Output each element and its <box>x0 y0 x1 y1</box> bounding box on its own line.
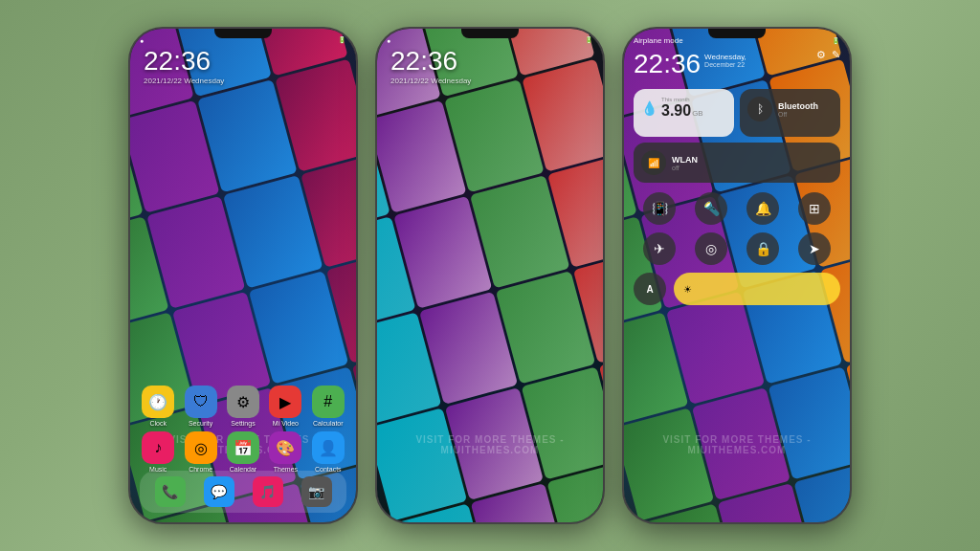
cc-screen-btn[interactable]: ⊞ <box>798 192 831 225</box>
cc-date-col: Wednesday, December 22 <box>704 49 746 68</box>
status-bar-2: ● 🔋 <box>377 36 603 44</box>
phone-1-screen: ● 🔋 22:36 2021/12/22 Wednesday 🕐 Clock 🛡… <box>130 29 356 522</box>
wlan-icon: 📶 <box>641 150 666 175</box>
app-themes-icon: 🎨 <box>269 431 301 464</box>
app-themes[interactable]: 🎨 Themes <box>267 431 303 473</box>
watermark-2: VISIT FOR MORE THEMES - MIUITHEMES.COM <box>377 434 603 455</box>
app-clock-icon: 🕐 <box>142 386 174 418</box>
cc-tiles: 💧 This month 3.90 GB ᛒ <box>624 83 850 188</box>
app-grid-row1: 🕐 Clock 🛡 Security ⚙ Settings ▶ Mi Video… <box>140 386 346 427</box>
app-calendar[interactable]: 📅 Calendar <box>225 431 261 473</box>
battery-icon-2: 🔋 <box>585 36 593 44</box>
app-settings-label: Settings <box>231 420 255 427</box>
cc-weekday: Wednesday, <box>704 53 746 61</box>
cc-battery-icon: 🔋 <box>832 37 840 45</box>
phone-1: ● 🔋 22:36 2021/12/22 Wednesday 🕐 Clock 🛡… <box>128 27 358 524</box>
app-clock[interactable]: 🕐 Clock <box>140 386 176 427</box>
cc-edit-icon[interactable]: ✎ <box>832 49 840 61</box>
phone-2: ● 🔋 22:36 2021/12/22 Wednesday VISIT FOR… <box>375 27 605 524</box>
cc-nfc-btn[interactable]: ◎ <box>695 232 727 265</box>
cc-status-bar: Airplane mode 🔋 <box>624 29 850 47</box>
app-calculator-label: Calculator <box>313 420 344 427</box>
cc-wlan-tile-content: 📶 WLAN off <box>641 150 698 175</box>
app-mivideo-label: Mi Video <box>273 420 299 427</box>
cc-status-icons: 🔋 <box>832 37 840 45</box>
app-clock-label: Clock <box>149 420 167 427</box>
cc-wlan-tile[interactable]: 📶 WLAN off <box>634 143 840 183</box>
cc-data-unit: GB <box>692 109 703 118</box>
dock-1: 📞 💬 🎵 📷 <box>140 471 346 513</box>
cc-header: 22:36 Wednesday, December 22 ⚙ ✎ <box>624 47 850 83</box>
cc-a-btn[interactable]: A <box>634 273 666 305</box>
status-time: ● <box>140 37 144 44</box>
cc-bluetooth-tile[interactable]: ᛒ Bluetooth Off <box>740 89 840 137</box>
phone-2-screen: ● 🔋 22:36 2021/12/22 Wednesday VISIT FOR… <box>377 29 603 522</box>
app-settings-icon: ⚙ <box>227 386 259 418</box>
status-dot-2: ● <box>387 37 390 44</box>
battery-icon: 🔋 <box>338 36 346 44</box>
cc-bt-tile-content: ᛒ Bluetooth Off <box>747 97 833 121</box>
cc-flashlight-btn[interactable]: 🔦 <box>695 192 727 225</box>
cc-wlan-label: WLAN <box>672 155 698 165</box>
app-calculator[interactable]: # Calculator <box>310 386 346 427</box>
cc-data-value-row: 3.90 GB <box>661 102 703 120</box>
cc-data-tile[interactable]: 💧 This month 3.90 GB <box>634 89 734 137</box>
app-music[interactable]: ♪ Music <box>140 431 176 473</box>
cc-wlan-info: WLAN off <box>672 155 698 171</box>
cc-data-tile-content: 💧 This month 3.90 GB <box>641 97 726 120</box>
app-music-icon: ♪ <box>142 431 174 464</box>
cc-vibrate-btn[interactable]: 📳 <box>643 192 676 225</box>
clock-date-2: 2021/12/22 Wednesday <box>390 77 471 85</box>
app-calculator-icon: # <box>312 386 345 418</box>
app-security-label: Security <box>189 420 212 427</box>
cc-icon-row-2: ✈ ◎ 🔒 ➤ <box>624 229 850 269</box>
cc-location-btn[interactable]: ➤ <box>798 232 831 265</box>
app-grid-row2: ♪ Music ◎ Chrome 📅 Calendar 🎨 Themes 👤 C… <box>140 431 346 473</box>
cc-airplane-mode: Airplane mode <box>634 36 683 45</box>
cc-brightness-bar[interactable]: ☀ <box>674 273 840 305</box>
clock-time-1: 22:36 <box>144 46 224 77</box>
cc-data-value: 3.90 <box>661 102 691 120</box>
cc-sun-icon: ☀ <box>683 284 692 295</box>
app-chrome[interactable]: ◎ Chrome <box>182 431 218 473</box>
dock-camera[interactable]: 📷 <box>301 476 332 507</box>
app-mivideo[interactable]: ▶ Mi Video <box>267 386 303 427</box>
clock-widget-2: 22:36 2021/12/22 Wednesday <box>390 46 471 85</box>
app-security-icon: 🛡 <box>185 386 217 418</box>
status-bar-1: ● 🔋 <box>130 36 356 44</box>
cc-brightness-row: A ☀ <box>624 269 850 309</box>
cc-edit-icons: ⚙ ✎ <box>816 49 840 61</box>
dock-music[interactable]: 🎵 <box>253 476 283 507</box>
control-center: Airplane mode 🔋 22:36 Wednesday, Decembe… <box>624 29 850 522</box>
cc-bell-btn[interactable]: 🔔 <box>746 192 779 225</box>
app-settings[interactable]: ⚙ Settings <box>225 386 261 427</box>
app-calendar-icon: 📅 <box>227 431 259 464</box>
cc-time: 22:36 <box>634 49 701 79</box>
cc-clock: 22:36 Wednesday, December 22 <box>634 49 746 79</box>
app-contacts-icon: 👤 <box>312 431 345 464</box>
phone-3-screen: Airplane mode 🔋 22:36 Wednesday, Decembe… <box>624 29 850 522</box>
app-contacts[interactable]: 👤 Contacts <box>310 431 346 473</box>
dock-messages[interactable]: 💬 <box>204 476 234 507</box>
app-security[interactable]: 🛡 Security <box>182 386 218 427</box>
cc-wlan-status: off <box>672 165 698 171</box>
cc-bt-status: Off <box>778 111 818 118</box>
clock-time-2: 22:36 <box>390 46 471 77</box>
cc-icon-row-1: 📳 🔦 🔔 ⊞ <box>624 188 850 229</box>
clock-widget-1: 22:36 2021/12/22 Wednesday <box>144 46 224 85</box>
data-drop-icon: 💧 <box>641 100 657 116</box>
bluetooth-icon: ᛒ <box>747 97 772 121</box>
cc-lock-btn[interactable]: 🔒 <box>746 232 779 265</box>
status-icons-1: 🔋 <box>338 36 346 44</box>
app-chrome-icon: ◎ <box>185 431 217 464</box>
cc-date: December 22 <box>704 61 746 68</box>
app-mivideo-icon: ▶ <box>269 386 301 418</box>
clock-date-1: 2021/12/22 Wednesday <box>144 77 224 85</box>
cc-gear-icon[interactable]: ⚙ <box>816 49 826 61</box>
cc-bt-info: Bluetooth Off <box>778 101 818 118</box>
dock-phone[interactable]: 📞 <box>155 476 186 507</box>
cc-data-info: This month 3.90 GB <box>661 97 703 120</box>
phone-3: Airplane mode 🔋 22:36 Wednesday, Decembe… <box>622 27 852 524</box>
cc-airplane-btn[interactable]: ✈ <box>643 232 676 265</box>
status-icons-2: 🔋 <box>585 36 593 44</box>
